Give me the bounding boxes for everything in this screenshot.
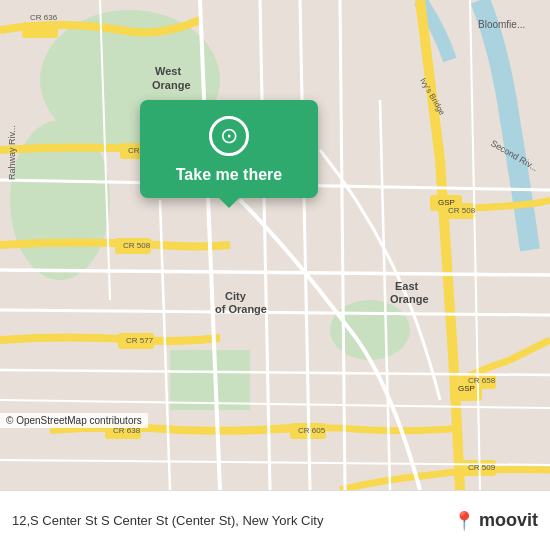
moovit-pin-icon: 📍 <box>453 510 475 532</box>
svg-text:Rahway Riv...: Rahway Riv... <box>7 125 17 180</box>
bottom-bar: 12,S Center St S Center St (Center St), … <box>0 490 550 550</box>
svg-text:East: East <box>395 280 419 292</box>
moovit-logo: 📍 moovit <box>453 510 538 532</box>
svg-text:Bloomfie...: Bloomfie... <box>478 19 525 30</box>
map-container: CR 636 CR 577 CR 508 CR 577 CR 638 CR 60… <box>0 0 550 490</box>
svg-text:Orange: Orange <box>390 293 429 305</box>
svg-text:of Orange: of Orange <box>215 303 267 315</box>
location-pin-icon: ⊙ <box>220 125 238 147</box>
take-me-there-button[interactable]: Take me there <box>176 166 282 184</box>
attribution-text: © OpenStreetMap contributors <box>6 415 142 426</box>
address-text: 12,S Center St S Center St (Center St), … <box>12 513 453 528</box>
svg-text:West: West <box>155 65 181 77</box>
svg-text:Orange: Orange <box>152 79 191 91</box>
svg-text:GSP: GSP <box>458 384 475 393</box>
moovit-logo-text: moovit <box>479 510 538 531</box>
svg-text:CR 636: CR 636 <box>30 13 58 22</box>
svg-text:CR 577: CR 577 <box>126 336 154 345</box>
svg-text:CR 509: CR 509 <box>468 463 496 472</box>
svg-text:GSP: GSP <box>438 198 455 207</box>
svg-text:CR 508: CR 508 <box>448 206 476 215</box>
svg-text:CR 508: CR 508 <box>123 241 151 250</box>
osm-attribution: © OpenStreetMap contributors <box>0 413 148 428</box>
svg-text:CR 605: CR 605 <box>298 426 326 435</box>
svg-rect-4 <box>170 350 250 410</box>
svg-rect-7 <box>22 22 58 38</box>
svg-text:City: City <box>225 290 247 302</box>
location-pin-circle: ⊙ <box>209 116 249 156</box>
take-me-there-popup[interactable]: ⊙ Take me there <box>140 100 318 198</box>
